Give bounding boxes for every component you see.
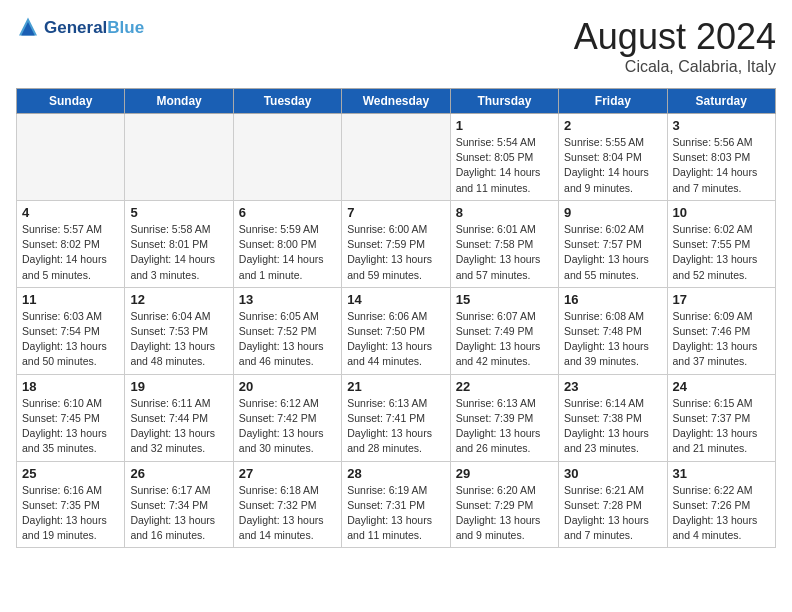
weekday-header-saturday: Saturday: [667, 89, 775, 114]
day-number: 27: [239, 466, 336, 481]
day-number: 19: [130, 379, 227, 394]
day-number: 9: [564, 205, 661, 220]
day-number: 16: [564, 292, 661, 307]
day-number: 26: [130, 466, 227, 481]
logo-icon: [16, 16, 40, 40]
logo-blue: Blue: [107, 18, 144, 37]
day-number: 8: [456, 205, 553, 220]
calendar-cell: [125, 114, 233, 201]
calendar-cell: 12Sunrise: 6:04 AMSunset: 7:53 PMDayligh…: [125, 287, 233, 374]
day-info: Sunrise: 6:10 AMSunset: 7:45 PMDaylight:…: [22, 396, 119, 457]
day-number: 13: [239, 292, 336, 307]
calendar-cell: 5Sunrise: 5:58 AMSunset: 8:01 PMDaylight…: [125, 200, 233, 287]
day-info: Sunrise: 6:13 AMSunset: 7:41 PMDaylight:…: [347, 396, 444, 457]
calendar-cell: 21Sunrise: 6:13 AMSunset: 7:41 PMDayligh…: [342, 374, 450, 461]
day-number: 14: [347, 292, 444, 307]
calendar-cell: 11Sunrise: 6:03 AMSunset: 7:54 PMDayligh…: [17, 287, 125, 374]
calendar-cell: 24Sunrise: 6:15 AMSunset: 7:37 PMDayligh…: [667, 374, 775, 461]
day-number: 6: [239, 205, 336, 220]
day-info: Sunrise: 6:03 AMSunset: 7:54 PMDaylight:…: [22, 309, 119, 370]
day-info: Sunrise: 6:11 AMSunset: 7:44 PMDaylight:…: [130, 396, 227, 457]
week-row-1: 1Sunrise: 5:54 AMSunset: 8:05 PMDaylight…: [17, 114, 776, 201]
day-number: 15: [456, 292, 553, 307]
day-number: 22: [456, 379, 553, 394]
day-number: 20: [239, 379, 336, 394]
day-number: 12: [130, 292, 227, 307]
day-number: 7: [347, 205, 444, 220]
day-info: Sunrise: 6:14 AMSunset: 7:38 PMDaylight:…: [564, 396, 661, 457]
day-info: Sunrise: 6:20 AMSunset: 7:29 PMDaylight:…: [456, 483, 553, 544]
day-info: Sunrise: 6:19 AMSunset: 7:31 PMDaylight:…: [347, 483, 444, 544]
day-number: 11: [22, 292, 119, 307]
weekday-header-monday: Monday: [125, 89, 233, 114]
logo: GeneralBlue: [16, 16, 144, 40]
day-info: Sunrise: 6:04 AMSunset: 7:53 PMDaylight:…: [130, 309, 227, 370]
day-number: 1: [456, 118, 553, 133]
calendar-cell: 9Sunrise: 6:02 AMSunset: 7:57 PMDaylight…: [559, 200, 667, 287]
calendar-cell: 19Sunrise: 6:11 AMSunset: 7:44 PMDayligh…: [125, 374, 233, 461]
day-number: 23: [564, 379, 661, 394]
week-row-4: 18Sunrise: 6:10 AMSunset: 7:45 PMDayligh…: [17, 374, 776, 461]
day-number: 2: [564, 118, 661, 133]
day-info: Sunrise: 6:07 AMSunset: 7:49 PMDaylight:…: [456, 309, 553, 370]
calendar-cell: 2Sunrise: 5:55 AMSunset: 8:04 PMDaylight…: [559, 114, 667, 201]
weekday-header-sunday: Sunday: [17, 89, 125, 114]
day-number: 4: [22, 205, 119, 220]
calendar-cell: 29Sunrise: 6:20 AMSunset: 7:29 PMDayligh…: [450, 461, 558, 548]
day-info: Sunrise: 6:21 AMSunset: 7:28 PMDaylight:…: [564, 483, 661, 544]
day-info: Sunrise: 6:22 AMSunset: 7:26 PMDaylight:…: [673, 483, 770, 544]
calendar-cell: 23Sunrise: 6:14 AMSunset: 7:38 PMDayligh…: [559, 374, 667, 461]
calendar-table: SundayMondayTuesdayWednesdayThursdayFrid…: [16, 88, 776, 548]
calendar-cell: 15Sunrise: 6:07 AMSunset: 7:49 PMDayligh…: [450, 287, 558, 374]
calendar-cell: 7Sunrise: 6:00 AMSunset: 7:59 PMDaylight…: [342, 200, 450, 287]
day-number: 25: [22, 466, 119, 481]
day-number: 3: [673, 118, 770, 133]
day-info: Sunrise: 5:55 AMSunset: 8:04 PMDaylight:…: [564, 135, 661, 196]
day-info: Sunrise: 5:56 AMSunset: 8:03 PMDaylight:…: [673, 135, 770, 196]
day-info: Sunrise: 6:00 AMSunset: 7:59 PMDaylight:…: [347, 222, 444, 283]
day-number: 10: [673, 205, 770, 220]
calendar-cell: 16Sunrise: 6:08 AMSunset: 7:48 PMDayligh…: [559, 287, 667, 374]
calendar-cell: 4Sunrise: 5:57 AMSunset: 8:02 PMDaylight…: [17, 200, 125, 287]
day-info: Sunrise: 6:06 AMSunset: 7:50 PMDaylight:…: [347, 309, 444, 370]
weekday-header-row: SundayMondayTuesdayWednesdayThursdayFrid…: [17, 89, 776, 114]
weekday-header-friday: Friday: [559, 89, 667, 114]
day-info: Sunrise: 6:15 AMSunset: 7:37 PMDaylight:…: [673, 396, 770, 457]
calendar-cell: 1Sunrise: 5:54 AMSunset: 8:05 PMDaylight…: [450, 114, 558, 201]
day-info: Sunrise: 6:18 AMSunset: 7:32 PMDaylight:…: [239, 483, 336, 544]
day-number: 30: [564, 466, 661, 481]
day-info: Sunrise: 5:58 AMSunset: 8:01 PMDaylight:…: [130, 222, 227, 283]
day-number: 21: [347, 379, 444, 394]
calendar-cell: 22Sunrise: 6:13 AMSunset: 7:39 PMDayligh…: [450, 374, 558, 461]
day-info: Sunrise: 5:57 AMSunset: 8:02 PMDaylight:…: [22, 222, 119, 283]
week-row-3: 11Sunrise: 6:03 AMSunset: 7:54 PMDayligh…: [17, 287, 776, 374]
calendar-cell: 28Sunrise: 6:19 AMSunset: 7:31 PMDayligh…: [342, 461, 450, 548]
calendar-cell: 14Sunrise: 6:06 AMSunset: 7:50 PMDayligh…: [342, 287, 450, 374]
calendar-cell: 8Sunrise: 6:01 AMSunset: 7:58 PMDaylight…: [450, 200, 558, 287]
day-number: 18: [22, 379, 119, 394]
day-info: Sunrise: 6:16 AMSunset: 7:35 PMDaylight:…: [22, 483, 119, 544]
day-info: Sunrise: 6:02 AMSunset: 7:55 PMDaylight:…: [673, 222, 770, 283]
day-number: 24: [673, 379, 770, 394]
calendar-cell: 3Sunrise: 5:56 AMSunset: 8:03 PMDaylight…: [667, 114, 775, 201]
day-number: 29: [456, 466, 553, 481]
day-info: Sunrise: 5:54 AMSunset: 8:05 PMDaylight:…: [456, 135, 553, 196]
month-title: August 2024: [574, 16, 776, 58]
calendar-cell: 13Sunrise: 6:05 AMSunset: 7:52 PMDayligh…: [233, 287, 341, 374]
calendar-cell: 20Sunrise: 6:12 AMSunset: 7:42 PMDayligh…: [233, 374, 341, 461]
day-info: Sunrise: 5:59 AMSunset: 8:00 PMDaylight:…: [239, 222, 336, 283]
calendar-cell: 30Sunrise: 6:21 AMSunset: 7:28 PMDayligh…: [559, 461, 667, 548]
day-info: Sunrise: 6:17 AMSunset: 7:34 PMDaylight:…: [130, 483, 227, 544]
location: Cicala, Calabria, Italy: [574, 58, 776, 76]
calendar-cell: 25Sunrise: 6:16 AMSunset: 7:35 PMDayligh…: [17, 461, 125, 548]
day-info: Sunrise: 6:02 AMSunset: 7:57 PMDaylight:…: [564, 222, 661, 283]
week-row-5: 25Sunrise: 6:16 AMSunset: 7:35 PMDayligh…: [17, 461, 776, 548]
calendar-cell: 10Sunrise: 6:02 AMSunset: 7:55 PMDayligh…: [667, 200, 775, 287]
day-info: Sunrise: 6:13 AMSunset: 7:39 PMDaylight:…: [456, 396, 553, 457]
weekday-header-thursday: Thursday: [450, 89, 558, 114]
day-info: Sunrise: 6:05 AMSunset: 7:52 PMDaylight:…: [239, 309, 336, 370]
calendar-cell: 26Sunrise: 6:17 AMSunset: 7:34 PMDayligh…: [125, 461, 233, 548]
weekday-header-wednesday: Wednesday: [342, 89, 450, 114]
day-info: Sunrise: 6:09 AMSunset: 7:46 PMDaylight:…: [673, 309, 770, 370]
calendar-cell: [342, 114, 450, 201]
